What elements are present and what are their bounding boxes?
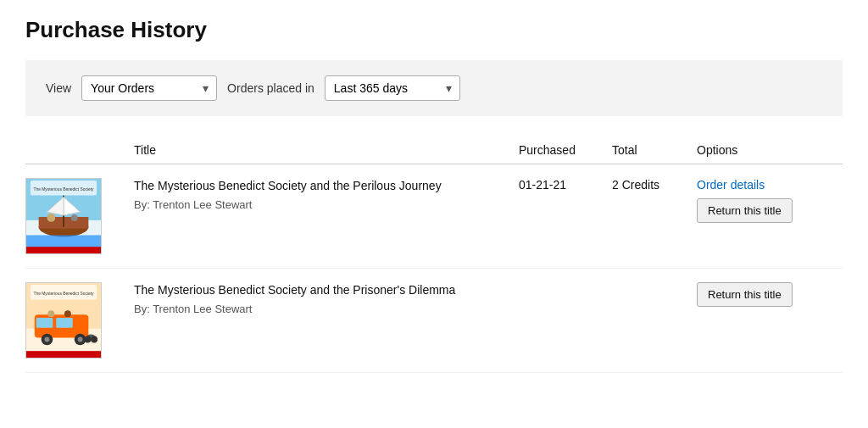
table-row: The Mysterious Benedict Society The Myst… <box>25 269 843 373</box>
page-title: Purchase History <box>25 17 843 43</box>
book-cover-1: The Mysterious Benedict Society <box>25 178 127 254</box>
filter-bar: View Your Orders Shared Orders Orders pl… <box>25 60 843 116</box>
return-button-2[interactable]: Return this title <box>697 282 793 307</box>
svg-rect-10 <box>26 247 101 253</box>
view-label: View <box>46 81 71 95</box>
book-title-1: The Mysterious Benedict Society and the … <box>134 178 505 195</box>
svg-point-19 <box>45 337 50 342</box>
svg-point-21 <box>78 337 83 342</box>
col-empty <box>25 143 127 157</box>
svg-point-8 <box>47 214 55 222</box>
svg-rect-17 <box>56 318 73 328</box>
svg-text:The Mysterious Benedict Societ: The Mysterious Benedict Society <box>34 292 95 296</box>
svg-rect-16 <box>36 318 53 328</box>
total-1: 2 Credits <box>605 178 690 192</box>
purchased-date-1: 01-21-21 <box>512 178 605 192</box>
table-row: The Mysterious Benedict Society The Myst… <box>25 164 843 269</box>
svg-point-25 <box>84 336 91 343</box>
svg-point-23 <box>64 310 71 317</box>
date-range-select[interactable]: Last 30 days Last 60 days Last 90 days L… <box>325 75 460 101</box>
svg-point-26 <box>91 336 97 343</box>
return-button-1[interactable]: Return this title <box>697 198 793 223</box>
col-title-header: Title <box>127 143 512 157</box>
purchase-table: Title Purchased Total Options <box>25 136 843 373</box>
options-1: Order details Return this title <box>690 178 843 223</box>
col-purchased-header: Purchased <box>512 143 605 157</box>
options-2: Return this title <box>690 282 843 307</box>
view-select-wrapper: Your Orders Shared Orders <box>81 75 217 101</box>
book-title-2: The Mysterious Benedict Society and the … <box>134 282 505 299</box>
table-header: Title Purchased Total Options <box>25 136 843 164</box>
book-cover-2: The Mysterious Benedict Society <box>25 282 127 359</box>
svg-text:The Mysterious Benedict Societ: The Mysterious Benedict Society <box>34 187 95 192</box>
col-options-header: Options <box>690 143 843 157</box>
svg-point-9 <box>71 214 78 221</box>
book-info-1: The Mysterious Benedict Society and the … <box>127 178 512 211</box>
book-author-1: By: Trenton Lee Stewart <box>134 198 505 211</box>
order-details-link-1[interactable]: Order details <box>697 178 836 192</box>
svg-rect-27 <box>26 351 101 358</box>
view-select[interactable]: Your Orders Shared Orders <box>81 75 217 101</box>
svg-point-22 <box>47 310 54 317</box>
book-info-2: The Mysterious Benedict Society and the … <box>127 282 512 315</box>
book-author-2: By: Trenton Lee Stewart <box>134 303 505 315</box>
col-total-header: Total <box>605 143 690 157</box>
orders-placed-label: Orders placed in <box>227 81 314 95</box>
date-select-wrapper: Last 30 days Last 60 days Last 90 days L… <box>325 75 460 101</box>
